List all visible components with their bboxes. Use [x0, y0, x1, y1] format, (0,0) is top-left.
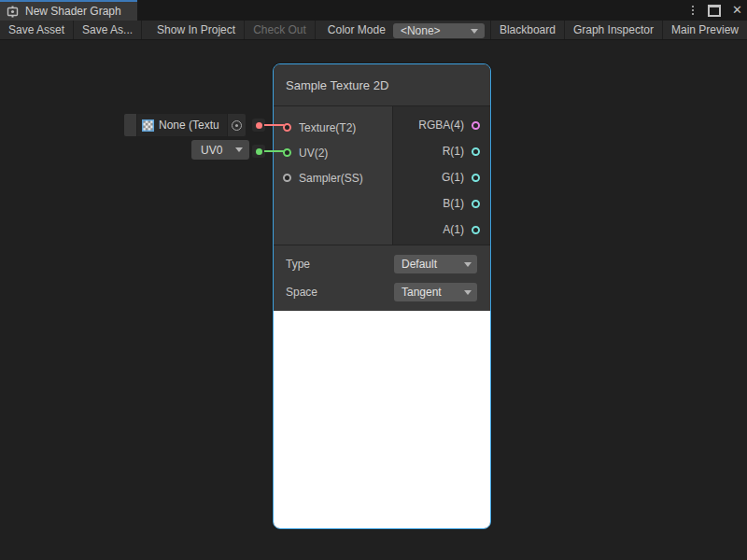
tab-new-shader-graph[interactable]: New Shader Graph — [0, 0, 137, 21]
toolbar: Save Asset Save As... Show In Project Ch… — [0, 21, 747, 40]
port-a-output[interactable]: A(1) — [393, 217, 490, 243]
close-icon[interactable]: ✕ — [732, 0, 742, 21]
port-circle-icon[interactable] — [283, 123, 291, 132]
show-in-project-button[interactable]: Show In Project — [148, 21, 245, 39]
port-rgba-output[interactable]: RGBA(4) — [393, 112, 490, 138]
node-header[interactable]: Sample Texture 2D — [274, 64, 490, 106]
type-value: Default — [402, 258, 437, 271]
port-circle-icon[interactable] — [472, 226, 480, 234]
uv-edge-wire[interactable] — [264, 150, 284, 152]
tab-title: New Shader Graph — [25, 5, 121, 18]
texture2d-icon — [142, 119, 154, 132]
save-as-button[interactable]: Save As... — [74, 21, 142, 39]
object-field-value-area[interactable]: None (Textu — [137, 114, 227, 136]
port-label: R(1) — [443, 145, 464, 158]
port-label: A(1) — [443, 223, 464, 236]
port-circle-icon[interactable] — [472, 200, 480, 208]
chevron-down-icon — [464, 290, 472, 295]
port-uv-input[interactable]: UV(2) — [274, 140, 392, 165]
texture-field-value: None (Textu — [159, 119, 219, 132]
port-circle-icon[interactable] — [472, 147, 480, 156]
port-label: Texture(T2) — [299, 121, 356, 134]
space-label: Space — [286, 286, 317, 299]
input-ports: Texture(T2) UV(2) Sampler(SS) — [274, 106, 393, 245]
port-label: Sampler(SS) — [299, 172, 363, 185]
object-field-handle — [124, 114, 137, 136]
type-control-row: Type Default — [274, 250, 490, 278]
space-value: Tangent — [402, 286, 442, 299]
main-preview-toggle-button[interactable]: Main Preview — [662, 21, 747, 39]
space-dropdown[interactable]: Tangent — [394, 283, 477, 301]
output-ports: RGBA(4) R(1) G(1) B(1) A(1) — [393, 106, 490, 245]
check-out-button: Check Out — [245, 21, 316, 39]
shader-graph-asset-icon — [7, 6, 19, 18]
node-controls: Type Default Space Tangent — [274, 245, 490, 311]
uv-channel-value: UV0 — [201, 144, 222, 157]
chevron-down-icon — [471, 29, 478, 34]
object-picker-icon — [232, 120, 242, 131]
node-sample-texture-2d[interactable]: Sample Texture 2D Texture(T2) UV(2) Samp… — [273, 63, 491, 529]
window-controls: ✕ — [689, 0, 742, 21]
port-label: UV(2) — [299, 147, 328, 160]
port-circle-icon[interactable] — [283, 148, 291, 157]
window-menu-icon[interactable] — [689, 4, 697, 17]
port-texture-input[interactable]: Texture(T2) — [274, 115, 392, 140]
texture-edge-wire[interactable] — [264, 124, 284, 126]
node-preview-area[interactable] — [274, 311, 490, 528]
port-circle-icon[interactable] — [283, 174, 291, 182]
space-control-row: Space Tangent — [274, 278, 490, 306]
uv-channel-dropdown[interactable]: UV0 — [191, 140, 249, 160]
color-mode-label: Color Mode — [320, 21, 393, 39]
node-title: Sample Texture 2D — [286, 78, 388, 92]
port-label: B(1) — [443, 197, 464, 210]
maximize-icon[interactable] — [708, 5, 721, 17]
color-mode-dropdown[interactable]: <None> — [393, 23, 485, 38]
title-bar: New Shader Graph ✕ — [0, 0, 747, 21]
shader-graph-window: New Shader Graph ✕ Save Asset Save As...… — [0, 0, 747, 560]
chevron-down-icon — [464, 262, 472, 267]
port-circle-icon[interactable] — [472, 121, 480, 130]
texture-edge-anchor[interactable] — [252, 119, 265, 132]
object-picker-button[interactable] — [227, 114, 246, 136]
chevron-down-icon — [235, 147, 243, 152]
port-label: G(1) — [442, 171, 464, 184]
color-mode-value: <None> — [401, 24, 441, 37]
node-ports: Texture(T2) UV(2) Sampler(SS) RGBA(4) R(… — [274, 106, 490, 245]
port-r-output[interactable]: R(1) — [393, 138, 490, 164]
port-sampler-input[interactable]: Sampler(SS) — [274, 165, 392, 190]
graph-inspector-toggle-button[interactable]: Graph Inspector — [564, 21, 662, 39]
uv-edge-anchor[interactable] — [252, 145, 265, 158]
save-asset-button[interactable]: Save Asset — [0, 21, 74, 39]
type-label: Type — [286, 258, 310, 271]
texture-object-field[interactable]: None (Textu — [124, 114, 246, 136]
port-label: RGBA(4) — [418, 119, 464, 132]
blackboard-toggle-button[interactable]: Blackboard — [490, 21, 564, 39]
port-circle-icon[interactable] — [472, 174, 480, 182]
port-g-output[interactable]: G(1) — [393, 164, 490, 190]
type-dropdown[interactable]: Default — [394, 255, 477, 273]
port-b-output[interactable]: B(1) — [393, 190, 490, 217]
